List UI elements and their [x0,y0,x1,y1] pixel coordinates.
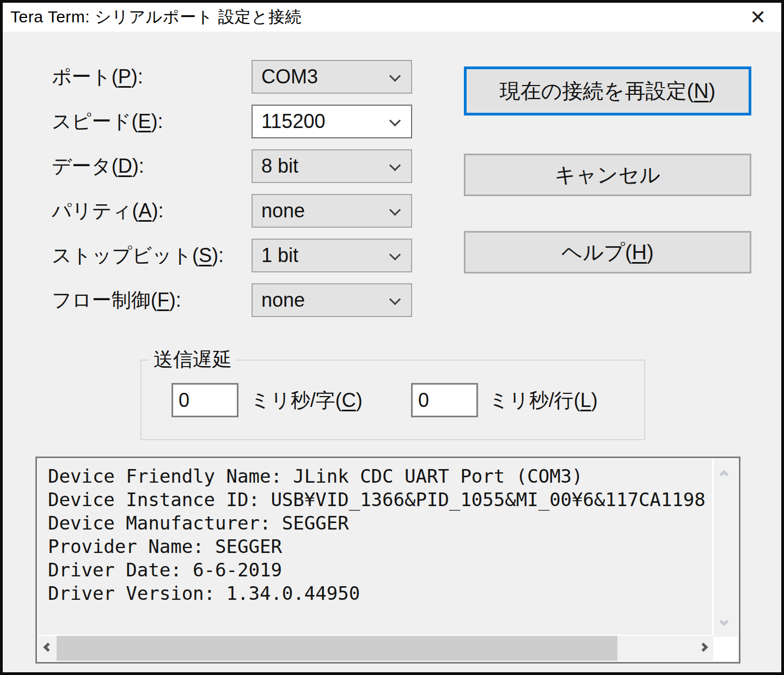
parity-label: パリティ(A): [52,194,163,228]
parity-select[interactable]: none [252,194,412,228]
cancel-button[interactable]: キャンセル [464,154,751,196]
device-info-line: Device Instance ID: USB¥VID_1366&PID_105… [48,488,712,512]
char-delay-label: ミリ秒/字(C) [250,383,363,417]
reset-connection-button[interactable]: 現在の接続を再設定(N) [464,66,751,115]
vertical-scrollbar[interactable] [714,459,738,637]
titlebar: Tera Term: シリアルポート 設定と接続 ✕ [3,3,781,32]
close-icon: ✕ [750,6,766,29]
device-info-line: Provider Name: SEGGER [48,535,712,558]
flow-control-label: フロー制御(F): [52,283,181,317]
stop-bits-select[interactable]: 1 bit [252,239,412,272]
horizontal-scrollbar[interactable] [38,636,713,661]
scroll-right-icon[interactable] [699,643,708,652]
device-info-line: Driver Version: 1.34.0.44950 [48,582,712,605]
data-bits-label: データ(D): [52,149,144,183]
line-delay-label: ミリ秒/行(L) [489,383,598,417]
device-info-text: Device Friendly Name: JLink CDC UART Por… [38,459,712,635]
device-info-line: Device Friendly Name: JLink CDC UART Por… [48,465,712,488]
device-info-line: Driver Date: 6-6-2019 [48,558,712,582]
device-info-box: Device Friendly Name: JLink CDC UART Por… [35,457,740,664]
help-button[interactable]: ヘルプ(H) [464,231,751,273]
scroll-down-icon[interactable] [720,617,729,627]
flow-control-select[interactable]: none [252,283,412,317]
speed-select[interactable]: 115200 [252,105,412,138]
data-bits-select[interactable]: 8 bit [252,149,412,183]
screen: Tera Term: シリアルポート 設定と接続 ✕ ポート(P): COM3 … [0,0,784,675]
horizontal-scrollbar-thumb[interactable] [57,636,617,661]
close-button[interactable]: ✕ [734,3,781,32]
port-select[interactable]: COM3 [252,60,412,94]
transmit-delay-group-title: 送信遅延 [149,346,236,373]
stop-bits-label: ストップビット(S): [52,239,224,272]
serial-port-setup-dialog: Tera Term: シリアルポート 設定と接続 ✕ ポート(P): COM3 … [0,0,784,675]
char-delay-input[interactable] [171,383,238,417]
scroll-up-icon[interactable] [720,470,729,479]
dialog-body: ポート(P): COM3 スピード(E): 115200 データ(D): 8 b… [3,32,781,672]
window-title: Tera Term: シリアルポート 設定と接続 [3,6,734,28]
line-delay-input[interactable] [411,383,478,417]
scroll-left-icon[interactable] [44,643,53,652]
port-label: ポート(P): [52,60,143,94]
speed-label: スピード(E): [52,105,163,138]
device-info-line: Device Manufacturer: SEGGER [48,512,712,535]
